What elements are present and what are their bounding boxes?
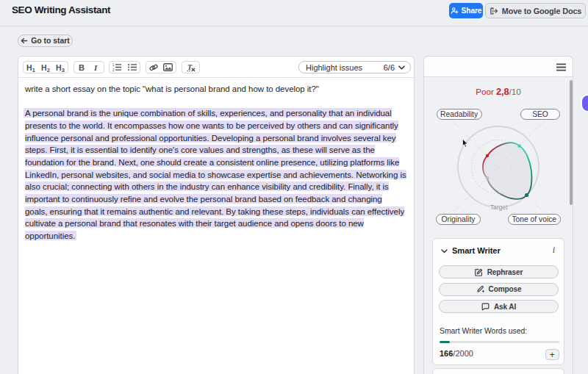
svg-text:T: T	[187, 63, 193, 71]
svg-text:1: 1	[112, 63, 115, 67]
svg-text:B: B	[79, 63, 85, 71]
svg-text:Target: Target	[490, 204, 508, 211]
svg-text:2: 2	[112, 68, 115, 71]
svg-text:I: I	[94, 63, 98, 71]
